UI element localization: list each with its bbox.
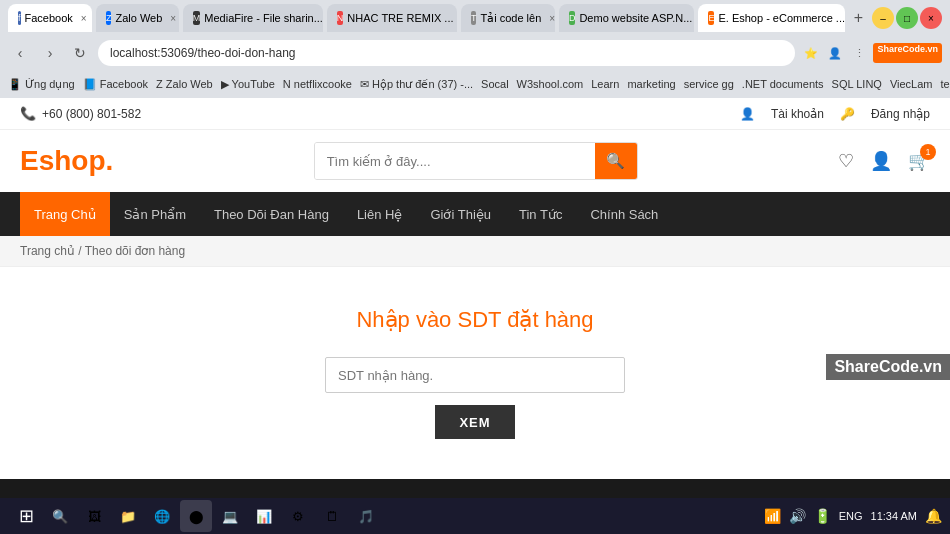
tab-facebook[interactable]: f Facebook ×	[8, 4, 92, 32]
profile-icon[interactable]: 👤	[825, 43, 845, 63]
main-content: Nhập vào SDT đặt hàng XEM	[0, 267, 950, 479]
tab-close[interactable]: ×	[170, 13, 176, 24]
site-logo[interactable]: Eshop.	[20, 145, 113, 177]
window-controls: – □ ×	[872, 7, 942, 29]
bookmark-net[interactable]: .NET documents	[742, 78, 824, 90]
back-button[interactable]: ‹	[8, 41, 32, 65]
new-tab-button[interactable]: +	[849, 6, 868, 30]
tab-demo[interactable]: D Demo website ASP.N... ×	[559, 4, 695, 32]
bookmark-w3school[interactable]: W3shool.com	[517, 78, 584, 90]
breadcrumb-home[interactable]: Trang chủ	[20, 244, 75, 258]
bookmark-netflix[interactable]: N netflixcooke	[283, 78, 352, 90]
taskbar-chrome[interactable]: ⬤	[180, 500, 212, 532]
nhac-favicon: N	[337, 11, 344, 25]
reload-button[interactable]: ↻	[68, 41, 92, 65]
taskbar-vscode[interactable]: 💻	[214, 500, 246, 532]
taskbar-apps: 🔍 🖼 📁 🌐 ⬤ 💻 📊 ⚙ 🗒 🎵	[44, 500, 382, 532]
logo-text: Eshop	[20, 145, 106, 176]
nav-contact[interactable]: Liên Hệ	[343, 192, 417, 236]
tab-label: Zalo Web	[115, 12, 162, 24]
taskbar-taskview[interactable]: 🖼	[78, 500, 110, 532]
header-icons: ♡ 👤 🛒 1	[838, 150, 930, 172]
bookmark-apps[interactable]: 📱 Ứng dụng	[8, 78, 75, 91]
bookmark-socal[interactable]: Socal	[481, 78, 509, 90]
maximize-button[interactable]: □	[896, 7, 918, 29]
bookmark-learn[interactable]: Learn	[591, 78, 619, 90]
tab-label: Demo website ASP.N...	[579, 12, 692, 24]
address-icons: ⭐ 👤 ⋮ ShareCode.vn	[801, 43, 942, 63]
tab-zalo[interactable]: Z Zalo Web ×	[96, 4, 179, 32]
user-icon[interactable]: 👤	[870, 150, 892, 172]
wishlist-icon[interactable]: ♡	[838, 150, 854, 172]
time-block: 11:34 AM	[871, 510, 917, 522]
nav-about[interactable]: Giới Thiệu	[416, 192, 505, 236]
minimize-button[interactable]: –	[872, 7, 894, 29]
bookmark-service[interactable]: service gg	[684, 78, 734, 90]
navbar-wrapper: Trang Chủ Sản Phẩm Theo Dõi Đan Hàng Liê…	[0, 192, 950, 236]
phone-number: +60 (800) 801-582	[42, 107, 141, 121]
tab-label: Tải code lên	[480, 12, 541, 25]
tab-mediafire[interactable]: M MediaFire - File sharin... ×	[183, 4, 323, 32]
browser-chrome: f Facebook × Z Zalo Web × M MediaFire - …	[0, 0, 950, 36]
start-button[interactable]: ⊞	[8, 498, 44, 534]
top-bar: 📞 +60 (800) 801-582 👤 Tài khoản 🔑 Đăng n…	[0, 98, 950, 130]
extensions-icon[interactable]: ⭐	[801, 43, 821, 63]
account-icon: 👤	[740, 107, 755, 121]
bookmark-mail[interactable]: ✉ Hộp thư đến (37) -...	[360, 78, 473, 91]
search-button[interactable]: 🔍	[595, 143, 637, 179]
tab-label: E. Eshop - eCommerce ...	[718, 12, 844, 24]
cart-icon[interactable]: 🛒 1	[908, 150, 930, 172]
top-bar-right: 👤 Tài khoản 🔑 Đăng nhập	[740, 107, 930, 121]
tab-close[interactable]: ×	[549, 13, 555, 24]
bookmark-sql[interactable]: SQL LINQ	[832, 78, 882, 90]
demo-favicon: D	[569, 11, 576, 25]
search-input[interactable]	[315, 143, 595, 179]
taskbar-app2[interactable]: 📊	[248, 500, 280, 532]
tracking-form: XEM	[325, 357, 625, 439]
submit-button[interactable]: XEM	[435, 405, 515, 439]
account-label[interactable]: Tài khoản	[771, 107, 824, 121]
notification-icon[interactable]: 🔔	[925, 508, 942, 524]
url-input[interactable]: localhost:53069/theo-doi-don-hang	[98, 40, 795, 66]
close-button[interactable]: ×	[920, 7, 942, 29]
taskbar-search[interactable]: 🔍	[44, 500, 76, 532]
nav-news[interactable]: Tin Tức	[505, 192, 576, 236]
media-favicon: M	[193, 11, 201, 25]
taskbar-explorer[interactable]: 📁	[112, 500, 144, 532]
bookmark-marketing[interactable]: marketing	[627, 78, 675, 90]
navbar: Trang Chủ Sản Phẩm Theo Dõi Đan Hàng Liê…	[0, 192, 950, 236]
page-title: Nhập vào SDT đặt hàng	[20, 307, 930, 333]
bookmark-test[interactable]: test	[941, 78, 950, 90]
battery-icon[interactable]: 🔋	[814, 508, 831, 524]
sharecode-badge: ShareCode.vn	[873, 43, 942, 63]
bookmark-zalo[interactable]: Z Zalo Web	[156, 78, 213, 90]
nav-tracking[interactable]: Theo Dõi Đan Hàng	[200, 192, 343, 236]
volume-icon[interactable]: 🔊	[789, 508, 806, 524]
zalo-favicon: Z	[106, 11, 112, 25]
nav-home[interactable]: Trang Chủ	[20, 192, 110, 236]
taskbar-edge[interactable]: 🌐	[146, 500, 178, 532]
nav-products[interactable]: Sản Phẩm	[110, 192, 200, 236]
bookmark-youtube[interactable]: ▶ YouTube	[221, 78, 275, 91]
phone-input[interactable]	[325, 357, 625, 393]
tab-label: MediaFire - File sharin...	[204, 12, 323, 24]
forward-button[interactable]: ›	[38, 41, 62, 65]
login-label[interactable]: Đăng nhập	[871, 107, 930, 121]
taskbar-app4[interactable]: 🗒	[316, 500, 348, 532]
site-header: Eshop. 🔍 ♡ 👤 🛒 1	[0, 130, 950, 192]
menu-icon[interactable]: ⋮	[849, 43, 869, 63]
nav-policy[interactable]: Chính Sách	[576, 192, 672, 236]
cart-badge: 1	[920, 144, 936, 160]
tab-eshop[interactable]: E E. Eshop - eCommerce ... ×	[698, 4, 844, 32]
taskbar-app5[interactable]: 🎵	[350, 500, 382, 532]
bookmark-vieclamm[interactable]: ViecLam	[890, 78, 933, 90]
taskbar-app3[interactable]: ⚙	[282, 500, 314, 532]
taskbar-right: 📶 🔊 🔋 ENG 11:34 AM 🔔	[764, 508, 942, 524]
tab-nhac[interactable]: N NHAC TRE REMIX ... ×	[327, 4, 457, 32]
network-icon[interactable]: 📶	[764, 508, 781, 524]
tab-tai[interactable]: T Tải code lên ×	[461, 4, 555, 32]
language-label: ENG	[839, 510, 863, 522]
bookmarks-bar: 📱 Ứng dụng 📘 Facebook Z Zalo Web ▶ YouTu…	[0, 70, 950, 98]
tab-close[interactable]: ×	[81, 13, 87, 24]
bookmark-facebook[interactable]: 📘 Facebook	[83, 78, 148, 91]
